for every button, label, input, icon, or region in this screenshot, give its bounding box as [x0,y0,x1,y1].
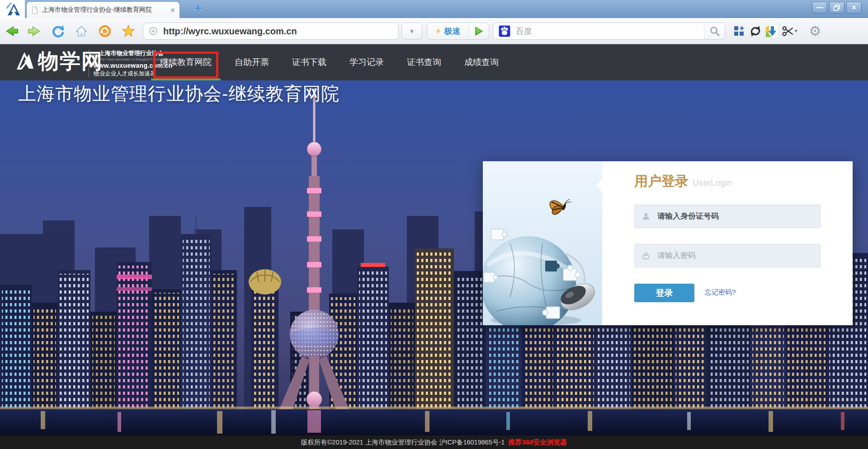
site-shield-icon [149,26,158,36]
password-input[interactable] [656,251,813,261]
id-number-input[interactable] [656,211,813,221]
login-form: 用户登录 UserLogin 登录 忘记密码? [602,161,853,325]
search-input[interactable] [515,26,699,37]
login-title-en: UserLogin [693,178,732,188]
nav-item-score-query[interactable]: 成绩查询 [463,54,500,71]
orange-history-icon [97,23,113,39]
page-icon [31,6,38,14]
new-tab-button[interactable]: + [190,3,206,15]
nav-label: 学习记录 [349,57,384,67]
login-panel: 用户登录 UserLogin 登录 忘记密码? [483,161,853,325]
browser-recommendation-text: 推荐360安全浏览器 [508,438,567,447]
restore-button[interactable] [829,2,844,14]
globe-puzzle-illustration [483,161,602,325]
restore-page-button[interactable] [96,23,114,39]
speed-mode-button[interactable]: ⚡ 极速 [427,26,468,37]
favorites-button[interactable] [119,23,137,39]
baidu-engine-icon [499,25,510,37]
nav-highlight-red-box [153,51,218,79]
back-arrow-icon [4,24,19,38]
site-header: 物学网 △ 上海市物业管理行业协会 P.M The Trade Associat… [0,44,868,80]
browser-tab[interactable]: 上海市物业管理行业协会-继续教育网院 × [26,1,180,18]
login-illustration [483,161,602,325]
hero-section: 上海市物业管理行业协会-继续教育网院 [0,80,868,435]
tab-title: 上海市物业管理行业协会-继续教育网院 [42,6,156,14]
home-button[interactable] [72,23,90,39]
speed-mode-control: ⚡ 极速 [427,23,489,40]
search-submit-button[interactable] [704,23,725,39]
back-button[interactable] [3,23,21,39]
address-dropdown-button[interactable]: ▼ [401,23,422,40]
password-field[interactable] [634,244,821,267]
login-button[interactable]: 登录 [634,284,694,302]
user-icon [642,212,650,220]
nav-item-study-records[interactable]: 学习记录 [349,54,385,71]
panel-notch [596,179,602,192]
nav-item-self-invoicing[interactable]: 自助开票 [234,54,270,71]
triangle-a-logo [5,2,21,16]
sync-arrows-icon [749,24,762,38]
nav-label: 证书下载 [292,57,326,67]
scissors-icon [781,24,795,38]
forward-arrow-icon [27,24,42,38]
site-footer: 版权所有©2019-2021 上海市物业管理行业协会 沪ICP备16019865… [0,435,868,449]
lightning-icon: ⚡ [435,26,441,37]
star-icon [121,24,136,39]
download-manager-button[interactable] [764,23,779,39]
screenshot-caret-icon[interactable]: ▾ [795,28,797,34]
nav-item-certificate-query[interactable]: 证书查询 [406,54,442,71]
home-icon [74,24,89,38]
forgot-password-link[interactable]: 忘记密码? [705,288,736,297]
play-icon [474,26,484,36]
page-title: 上海市物业管理行业协会-继续教育网院 [18,81,340,106]
minimize-button[interactable]: — [812,2,827,14]
speed-mode-label: 极速 [444,26,460,37]
tab-close-icon[interactable]: × [170,6,175,14]
browser-tab-bar: 上海市物业管理行业协会-继续教育网院 × + — × [0,0,868,18]
nav-item-continuing-education[interactable]: 继续教育网院 [159,54,212,71]
restore-icon [833,5,840,11]
address-bar[interactable] [143,23,399,40]
browser-logo-icon[interactable] [0,0,25,18]
magnifier-icon [709,26,720,37]
app-grid-icon [733,25,745,37]
refresh-icon [50,23,66,39]
butterfly-illustration [550,199,571,215]
small-triangle-icon: △ [94,51,97,56]
download-icon [764,24,779,38]
window-controls: — × [812,2,862,14]
url-input[interactable] [162,26,393,37]
nav-item-certificate-download[interactable]: 证书下载 [291,54,327,71]
nav-label: 证书查询 [407,57,441,67]
gear-icon: ⚙ [809,24,821,38]
login-title: 用户登录 [634,172,689,191]
search-bar[interactable] [493,23,725,40]
screenshot-button[interactable] [780,23,796,39]
refresh-button[interactable] [49,23,67,39]
lock-icon [642,252,650,260]
menu-settings-button[interactable]: ⚙ [807,23,823,39]
forward-button[interactable] [25,23,43,39]
sync-button[interactable] [748,23,763,39]
copyright-text: 版权所有©2019-2021 上海市物业管理行业协会 沪ICP备16019865… [301,438,505,447]
nav-label: 成绩查询 [464,57,499,67]
go-button[interactable] [469,23,489,39]
wuxuewang-logomark [15,51,35,70]
browser-toolbar: ▼ ⚡ 极速 [0,18,868,44]
id-number-field[interactable] [634,205,821,228]
nav-label: 自助开票 [235,57,269,67]
close-window-button[interactable]: × [846,2,862,14]
main-nav: 继续教育网院 自助开票 证书下载 学习记录 证书查询 成绩查询 [159,44,500,80]
apps-button[interactable] [731,23,747,39]
